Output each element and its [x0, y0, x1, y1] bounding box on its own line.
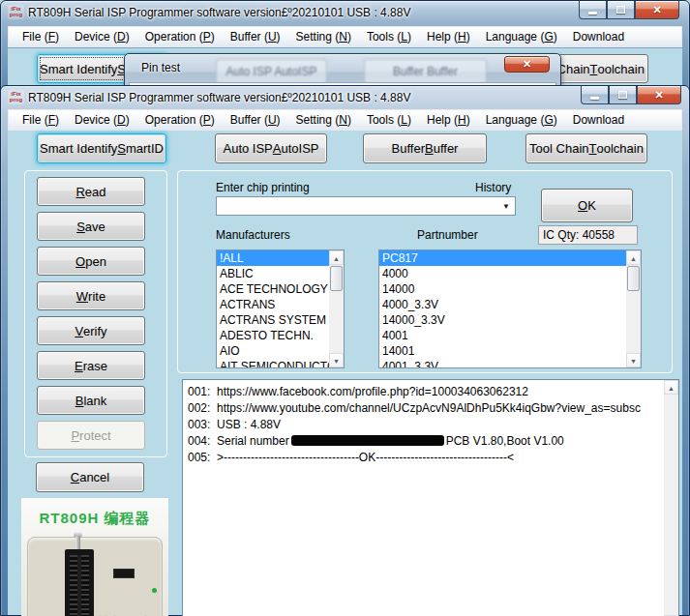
menu-item[interactable]: Help (H)	[419, 27, 478, 46]
log-line-text: USB : 4.88V	[217, 418, 281, 431]
caption-buttons: ✕	[581, 86, 681, 104]
cancel-button[interactable]: Cancel	[36, 462, 144, 492]
side-action-button[interactable]: Erase	[37, 351, 145, 380]
device-photo: RT809H 编程器 Universal Programmer	[21, 498, 168, 616]
log-line: 002:https://www.youtube.com/channel/UCzp…	[188, 400, 663, 417]
side-action-button[interactable]: Blank	[37, 386, 145, 415]
menu-item[interactable]: Help (H)	[419, 110, 478, 130]
background-titlebar: iFix prog RT809H Serial ISP Programmer s…	[1, 1, 689, 24]
maximize-button[interactable]	[607, 1, 635, 19]
list-item[interactable]: ACTRANS	[217, 297, 329, 312]
scroll-down-icon[interactable]: ▼	[329, 353, 344, 367]
menu-bar: File (F)Device (D)Operation (P)Buffer (U…	[8, 109, 682, 131]
dialog-title: Pin test	[141, 61, 180, 74]
menu-item[interactable]: Device (D)	[67, 27, 137, 46]
minimize-icon	[588, 12, 597, 15]
scrollbar-thumb[interactable]	[330, 266, 343, 291]
menu-item[interactable]: Buffer (U)	[223, 110, 288, 130]
list-item[interactable]: PC817	[379, 250, 626, 266]
zif-socket	[65, 549, 94, 616]
smart-identify-button[interactable]: Smart Identify SmartID	[37, 133, 166, 163]
menu-item[interactable]: Tools (L)	[359, 27, 419, 46]
close-icon: ✕	[652, 4, 661, 16]
zif-slot	[77, 555, 81, 616]
list-item[interactable]: 14000_3.3V	[379, 312, 626, 328]
ghost-auto-isp-button: Auto ISP AutoISP	[216, 59, 327, 84]
dialog-close-button[interactable]: ✕	[504, 56, 550, 73]
close-button[interactable]: ✕	[635, 1, 679, 19]
side-action-button[interactable]: Open	[37, 247, 145, 276]
log-area[interactable]: 001:https://www.facebook.com/profile.php…	[182, 379, 679, 616]
log-line-number: 001:	[188, 384, 217, 400]
buffer-button[interactable]: Buffer Buffer	[363, 133, 487, 163]
menu-item[interactable]: File (F)	[15, 110, 67, 130]
close-icon: ✕	[654, 89, 663, 102]
chip-search-input[interactable]	[217, 197, 515, 215]
side-action-button[interactable]: Save	[37, 212, 145, 241]
app-icon-text: prog	[8, 12, 24, 17]
menu-item[interactable]: Download	[565, 27, 632, 46]
log-line-number: 005:	[188, 450, 217, 466]
partnumber-scrollbar[interactable]: ▲ ▼	[626, 250, 641, 367]
side-action-button[interactable]: Write	[37, 281, 145, 310]
maximize-button[interactable]	[609, 86, 637, 104]
window-title: RT809H Serial ISP Programmer software ve…	[28, 6, 410, 19]
menu-item[interactable]: Operation (P)	[137, 110, 223, 130]
list-item[interactable]: !ALL	[217, 250, 329, 266]
list-item[interactable]: ADESTO TECHN.	[217, 328, 329, 343]
list-item[interactable]: ACTRANS SYSTEM INC	[217, 312, 329, 328]
list-item[interactable]: ABLIC	[217, 266, 329, 281]
side-action-button[interactable]: Read	[37, 177, 145, 206]
list-item[interactable]: 14001	[379, 343, 626, 359]
log-line: 003:USB : 4.88V	[188, 417, 663, 433]
scrollbar-thumb[interactable]	[627, 266, 640, 291]
menu-item[interactable]: Language (G)	[478, 27, 565, 46]
manufacturers-listbox[interactable]: !ALLABLICACE TECHNOLOGYACTRANSACTRANS SY…	[216, 249, 345, 368]
zif-lever	[75, 536, 80, 550]
menu-item[interactable]: Tools (L)	[359, 110, 419, 130]
main-window: iFix prog RT809H Serial ISP Programmer s…	[0, 85, 690, 616]
log-scrollbar[interactable]: ▲ ▼	[664, 380, 678, 616]
scroll-up-icon[interactable]: ▲	[664, 380, 678, 395]
menu-item[interactable]: Operation (P)	[137, 27, 223, 46]
scroll-down-icon[interactable]: ▼	[626, 353, 641, 367]
list-item[interactable]: 4000_3.3V	[379, 297, 626, 312]
menu-item[interactable]: Buffer (U)	[223, 27, 288, 46]
manufacturers-scrollbar[interactable]: ▲ ▼	[329, 250, 344, 367]
chip-search-combobox[interactable]: ▼	[216, 196, 516, 216]
list-item[interactable]: 14000	[379, 281, 626, 297]
menu-item[interactable]: Setting (N)	[288, 110, 359, 130]
side-action-button[interactable]: Protect	[37, 421, 145, 450]
minimize-button[interactable]	[581, 86, 609, 104]
log-line-text: PCB V1.80,Boot V1.00	[446, 434, 564, 448]
ok-button[interactable]: OK	[541, 189, 633, 222]
log-line-number: 002:	[188, 400, 217, 417]
auto-isp-button[interactable]: Auto ISP AutoISP	[215, 133, 327, 163]
list-item[interactable]: ACE TECHNOLOGY	[217, 281, 329, 297]
close-button[interactable]: ✕	[637, 86, 681, 104]
menu-item[interactable]: Setting (N)	[288, 27, 359, 46]
history-label: History	[475, 181, 511, 194]
list-item[interactable]: 4001_3.3V	[379, 359, 626, 367]
list-item[interactable]: 4000	[379, 266, 626, 281]
maximize-icon	[618, 91, 627, 99]
side-action-button[interactable]: Verify	[37, 316, 145, 345]
scroll-up-icon[interactable]: ▲	[329, 250, 344, 265]
minimize-button[interactable]	[579, 1, 607, 19]
list-item[interactable]: AIT SEMICONDUCTOR	[217, 359, 329, 367]
screen: iFix prog RT809H Serial ISP Programmer s…	[0, 0, 690, 616]
list-item[interactable]: AIO	[217, 343, 329, 359]
scroll-up-icon[interactable]: ▲	[626, 250, 641, 265]
maximize-icon	[616, 6, 625, 14]
menu-item[interactable]: Download	[565, 110, 632, 130]
menu-item[interactable]: Device (D)	[67, 110, 137, 130]
list-item[interactable]: 4001	[379, 328, 626, 343]
menu-item[interactable]: Language (G)	[478, 110, 565, 130]
menu-item[interactable]: File (F)	[15, 27, 67, 46]
log-lines: 001:https://www.facebook.com/profile.php…	[184, 381, 663, 616]
tool-chain-button[interactable]: Tool Chain Toolchain	[525, 133, 647, 163]
menu-bar: File (F)Device (D)Operation (P)Buffer (U…	[8, 26, 682, 47]
partnumber-listbox[interactable]: PC8174000140004000_3.3V14000_3.3V4001140…	[378, 249, 642, 368]
chevron-down-icon[interactable]: ▼	[502, 202, 510, 211]
log-line-number: 003:	[188, 417, 217, 433]
